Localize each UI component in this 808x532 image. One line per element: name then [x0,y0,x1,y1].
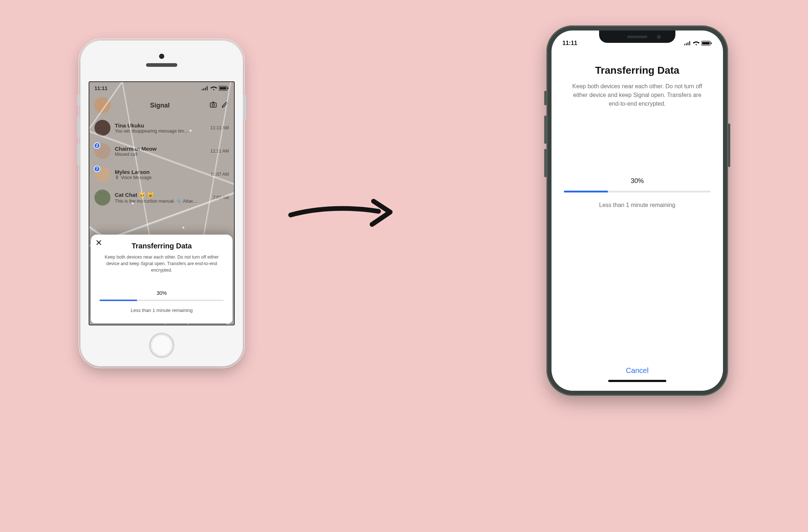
new-phone-frame: 11:11 Transferring Data Keep both device… [546,25,728,396]
sheet-description: Keep both devices near each other. Do no… [102,254,221,273]
arrow-icon [287,196,396,229]
chat-preview: 🎙 Voice Message [115,175,206,180]
time-remaining: Less than 1 minute remaining [564,202,711,208]
cancel-button[interactable]: Cancel [564,364,711,377]
close-icon[interactable] [96,240,102,247]
chat-name: Tina Ukuku [115,122,206,129]
new-phone-screen: 11:11 Transferring Data Keep both device… [552,31,723,391]
status-time: 11:11 [94,85,108,91]
chat-preview: Missed call [115,152,206,157]
svg-rect-3 [210,103,217,107]
progress-bar [564,191,711,192]
volume-down-button [77,143,80,165]
chat-avatar-wrap [94,190,110,206]
chat-text: Tina UkukuYou set disappearing message t… [115,122,206,134]
transfer-page: Transferring Data Keep both devices near… [552,50,723,391]
status-icons [684,41,712,46]
page-description: Keep both devices near each other. Do no… [567,82,708,108]
progress-bar [100,300,224,301]
power-button [728,123,730,167]
svg-rect-6 [702,42,710,45]
progress-percent-label: 30% [97,290,227,296]
chat-time: 11:07 AM [210,172,229,177]
chat-time: 11:11 AM [210,125,229,130]
earpiece [627,36,647,38]
chat-text: Chairman MeowMissed call [115,146,206,157]
front-camera [657,35,661,39]
home-button[interactable] [149,333,174,358]
mute-switch [544,91,546,105]
earpiece [146,63,177,67]
chat-text: Myles Larson🎙 Voice Message [115,169,206,180]
chat-avatar [94,120,110,136]
cellular-icon [684,41,691,46]
status-bar: 11:11 [89,82,234,94]
profile-avatar[interactable] [94,97,110,113]
chat-list-header: Signal [89,94,234,116]
svg-rect-7 [711,42,712,44]
progress-bar-fill [100,300,137,301]
chat-avatar-wrap [94,120,110,136]
progress-bar-fill [564,191,608,192]
old-phone-frame: 11:11 Signal [80,40,243,367]
chat-row[interactable]: 7Myles Larson🎙 Voice Message11:07 AM [89,163,234,186]
volume-up-button [77,116,80,138]
chat-name: Cat Chat 🐱 😺 [115,192,209,198]
wifi-icon [210,86,217,91]
home-indicator[interactable] [608,380,666,382]
progress-percent-label: 30% [564,177,711,185]
sheet-title: Transferring Data [97,242,227,250]
volume-down-button [544,149,546,177]
app-title: Signal [114,102,206,109]
svg-rect-2 [228,88,229,89]
unread-badge: 2 [94,142,100,149]
chat-avatar-wrap: 7 [94,166,110,182]
chat-row[interactable]: 2Chairman MeowMissed call11:11 AM [89,139,234,163]
front-camera [159,54,164,59]
volume-up-button [544,115,546,144]
stage: 11:11 Signal [0,0,808,532]
chat-name: Myles Larson [115,169,206,175]
chat-time: 11:11 AM [210,149,229,154]
chat-row[interactable]: Cat Chat 🐱 😺This is the instruction manu… [89,186,234,209]
chat-time: 7:02 AM [213,195,229,200]
status-icons [201,86,229,91]
chat-name: Chairman Meow [115,146,206,152]
transfer-sheet: Transferring Data Keep both devices near… [91,235,233,323]
status-time: 11:11 [562,40,577,46]
svg-rect-1 [219,87,226,90]
chat-preview: This is the instruction manual. 📎 Attac… [115,198,209,204]
time-remaining: Less than 1 minute remaining [97,308,227,313]
unread-badge: 7 [94,166,100,172]
mute-switch [77,94,80,106]
chat-preview: You set disappearing message tim… [115,129,206,134]
display-notch [599,31,675,43]
cellular-icon [201,86,209,91]
chat-avatar-wrap: 2 [94,143,110,159]
wifi-icon [693,41,700,46]
old-phone-screen: 11:11 Signal [89,81,235,325]
chat-rows: Tina UkukuYou set disappearing message t… [89,116,234,209]
power-button [243,94,246,120]
battery-icon [701,41,712,46]
chat-avatar [94,190,110,206]
page-title: Transferring Data [564,65,711,76]
chat-text: Cat Chat 🐱 😺This is the instruction manu… [115,192,209,204]
camera-icon[interactable] [209,101,217,110]
battery-icon [219,86,229,91]
compose-icon[interactable] [221,101,229,110]
chat-row[interactable]: Tina UkukuYou set disappearing message t… [89,116,234,139]
svg-point-4 [212,104,214,106]
